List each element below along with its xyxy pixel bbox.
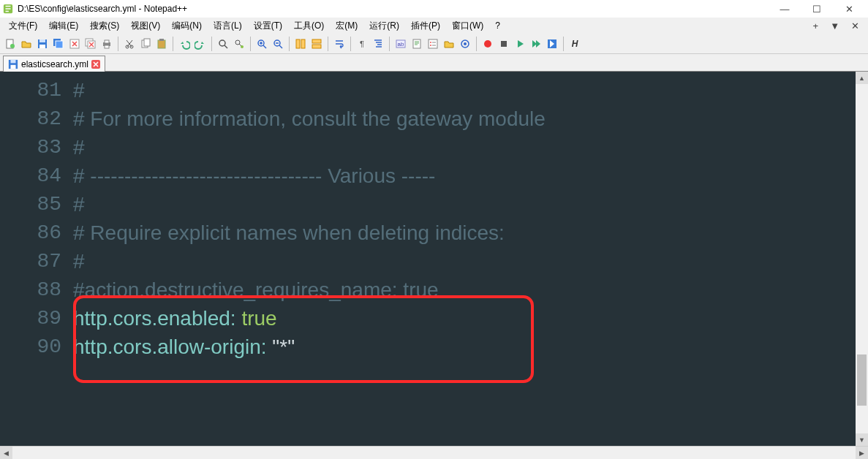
save-icon[interactable] bbox=[35, 37, 50, 51]
menu-plugins[interactable]: 插件(P) bbox=[407, 19, 445, 33]
file-disk-icon bbox=[8, 59, 18, 69]
scroll-track[interactable] bbox=[856, 84, 868, 433]
code-area[interactable]: ## For more information, consult the gat… bbox=[73, 72, 856, 446]
svg-point-2 bbox=[10, 44, 15, 48]
wordwrap-icon[interactable] bbox=[332, 37, 347, 51]
menu-dropdown[interactable]: ▼ bbox=[826, 20, 844, 31]
file-tab[interactable]: elasticsearch.yml bbox=[3, 56, 105, 72]
scroll-left-arrow[interactable]: ◀ bbox=[0, 447, 12, 459]
svg-text:ab: ab bbox=[398, 41, 404, 48]
close-all-icon[interactable] bbox=[83, 37, 98, 51]
copy-icon[interactable] bbox=[138, 37, 153, 51]
code-line: # bbox=[73, 190, 856, 219]
save-all-icon[interactable] bbox=[51, 37, 66, 51]
toolbar-separator bbox=[289, 37, 290, 51]
paste-icon[interactable] bbox=[154, 37, 169, 51]
cut-icon[interactable] bbox=[122, 37, 137, 51]
record-icon[interactable] bbox=[480, 37, 495, 51]
menu-run[interactable]: 运行(R) bbox=[365, 19, 404, 33]
menu-language[interactable]: 语言(L) bbox=[209, 19, 246, 33]
svg-rect-7 bbox=[56, 41, 63, 48]
tabbar: elasticsearch.yml bbox=[0, 54, 868, 72]
svg-point-22 bbox=[241, 45, 244, 48]
find-icon[interactable] bbox=[216, 37, 230, 51]
menu-view[interactable]: 视图(V) bbox=[127, 19, 165, 33]
play-icon[interactable] bbox=[513, 37, 527, 51]
svg-point-35 bbox=[430, 45, 431, 46]
replace-icon[interactable] bbox=[232, 37, 246, 51]
svg-rect-25 bbox=[296, 39, 300, 48]
zoom-out-icon[interactable] bbox=[271, 37, 285, 51]
line-number: 83 bbox=[0, 133, 73, 162]
hscroll-track[interactable] bbox=[12, 447, 856, 459]
line-number: 85 bbox=[0, 190, 73, 219]
svg-text:H: H bbox=[572, 39, 578, 49]
line-number: 87 bbox=[0, 247, 73, 276]
menu-file[interactable]: 文件(F) bbox=[4, 19, 42, 33]
menu-settings[interactable]: 设置(T) bbox=[249, 19, 287, 33]
svg-point-37 bbox=[464, 42, 467, 45]
save-macro-icon[interactable] bbox=[545, 37, 559, 51]
svg-rect-17 bbox=[144, 39, 150, 46]
close-window-button[interactable]: ✕ bbox=[833, 0, 865, 18]
menu-encoding[interactable]: 编码(N) bbox=[167, 19, 206, 33]
bold-toggle-icon[interactable]: H bbox=[567, 37, 582, 51]
svg-rect-13 bbox=[105, 45, 109, 48]
menu-search[interactable]: 搜索(S) bbox=[86, 19, 124, 33]
doc-map-icon[interactable] bbox=[410, 37, 424, 51]
svg-rect-33 bbox=[429, 39, 437, 48]
sync-v-icon[interactable] bbox=[293, 37, 308, 51]
undo-icon[interactable] bbox=[177, 37, 192, 51]
toolbar-separator bbox=[250, 37, 251, 51]
minimize-button[interactable]: — bbox=[769, 0, 801, 18]
code-line: # bbox=[73, 247, 856, 276]
svg-point-34 bbox=[430, 42, 431, 43]
menu-help[interactable]: ? bbox=[491, 20, 505, 31]
line-number: 88 bbox=[0, 276, 73, 304]
new-file-icon[interactable] bbox=[3, 37, 18, 51]
monitor-icon[interactable] bbox=[458, 37, 472, 51]
toolbar-separator bbox=[563, 37, 564, 51]
stop-rec-icon[interactable] bbox=[497, 37, 511, 51]
svg-rect-12 bbox=[105, 40, 109, 43]
close-icon[interactable] bbox=[67, 37, 82, 51]
scroll-right-arrow[interactable]: ▶ bbox=[856, 447, 868, 459]
scroll-thumb[interactable] bbox=[857, 354, 867, 406]
close-tab-icon[interactable] bbox=[91, 60, 100, 69]
sync-h-icon[interactable] bbox=[309, 37, 324, 51]
line-number-gutter: 81828384858687888990 bbox=[0, 72, 73, 446]
menu-edit[interactable]: 编辑(E) bbox=[45, 19, 83, 33]
svg-rect-4 bbox=[39, 39, 45, 42]
svg-rect-27 bbox=[312, 39, 321, 43]
scroll-up-arrow[interactable]: ▲ bbox=[856, 72, 868, 84]
lang-icon[interactable]: ab bbox=[393, 37, 408, 51]
menu-close[interactable]: ✕ bbox=[847, 20, 864, 31]
open-file-icon[interactable] bbox=[19, 37, 34, 51]
play-multi-icon[interactable] bbox=[529, 37, 543, 51]
maximize-button[interactable]: ☐ bbox=[801, 0, 833, 18]
indent-guide-icon[interactable] bbox=[371, 37, 385, 51]
print-icon[interactable] bbox=[99, 37, 114, 51]
redo-icon[interactable] bbox=[193, 37, 208, 51]
scroll-down-arrow[interactable]: ▼ bbox=[856, 433, 868, 446]
line-number: 81 bbox=[0, 76, 73, 105]
menu-tools[interactable]: 工具(O) bbox=[290, 19, 328, 33]
menu-window[interactable]: 窗口(W) bbox=[448, 19, 488, 33]
toolbar-separator bbox=[476, 37, 477, 51]
svg-rect-32 bbox=[413, 39, 420, 48]
zoom-in-icon[interactable] bbox=[254, 37, 269, 51]
folder-icon[interactable] bbox=[442, 37, 456, 51]
svg-rect-28 bbox=[312, 45, 321, 48]
editor[interactable]: 81828384858687888990 ## For more informa… bbox=[0, 72, 868, 446]
svg-rect-44 bbox=[11, 64, 16, 68]
menu-plus[interactable]: + bbox=[809, 20, 823, 31]
all-chars-icon[interactable]: ¶ bbox=[355, 37, 369, 51]
tab-filename: elasticsearch.yml bbox=[21, 59, 88, 69]
svg-point-20 bbox=[219, 40, 225, 46]
toolbar-separator bbox=[350, 37, 351, 51]
menu-macro[interactable]: 宏(M) bbox=[331, 19, 362, 33]
horizontal-scrollbar[interactable]: ◀ ▶ bbox=[0, 446, 868, 459]
line-number: 89 bbox=[0, 304, 73, 333]
vertical-scrollbar[interactable]: ▲ ▼ bbox=[856, 72, 868, 446]
func-list-icon[interactable] bbox=[426, 37, 440, 51]
